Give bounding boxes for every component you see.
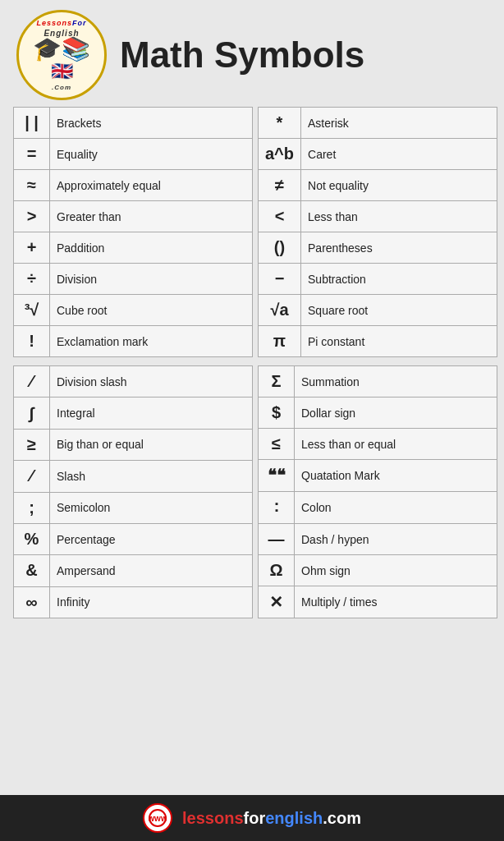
table-row: ∞Infinity	[14, 586, 253, 618]
name-cell: Equality	[50, 139, 253, 170]
table-row: ✕Multiply / times	[259, 586, 497, 618]
symbol-cell: ³√	[14, 295, 50, 326]
logo-text-bottom: .Com	[52, 84, 71, 91]
table-row: +Paddition	[14, 232, 253, 264]
page-footer: www lessonsforenglish.com	[0, 795, 504, 841]
name-cell: Slash	[50, 461, 253, 492]
symbol-cell: a^b	[259, 139, 301, 170]
table-row: ∶Colon	[259, 492, 497, 524]
name-cell: Square root	[301, 295, 497, 326]
table-row: ❝❝Quatation Mark	[259, 460, 497, 492]
main-content: | |Brackets=Equality≈Approximately equal…	[10, 107, 494, 618]
symbol-cell: ✕	[259, 586, 295, 618]
name-cell: Paddition	[50, 232, 253, 264]
table-row: ()Parentheses	[259, 232, 497, 264]
table-row: *Asterisk	[259, 108, 497, 139]
table-row: >Greater than	[14, 201, 253, 232]
symbol-cell: | |	[14, 108, 50, 139]
name-cell: Summation	[295, 366, 497, 398]
table-row: %Percentage	[14, 523, 253, 554]
symbol-cell: ≠	[259, 170, 301, 201]
symbol-cell: ()	[259, 232, 301, 264]
symbol-cell: ∫	[14, 398, 50, 429]
table-right-2: ΣSummation$Dollar sign≤Less than or equa…	[258, 365, 497, 618]
name-cell: Pi constant	[301, 326, 497, 357]
symbol-cell: %	[14, 523, 50, 554]
symbol-cell: ≥	[14, 429, 50, 460]
name-cell: Division	[50, 264, 253, 295]
name-cell: Cube root	[50, 295, 253, 326]
table-left-1: | |Brackets=Equality≈Approximately equal…	[13, 107, 253, 357]
symbol-cell: Σ	[259, 366, 295, 398]
name-cell: Exclamation mark	[50, 326, 253, 357]
table-row: ≤Less than or equal	[259, 429, 497, 460]
name-cell: Ampersand	[50, 555, 253, 586]
name-cell: Ohm sign	[295, 555, 497, 586]
table-left-2: ∕Division slash∫Integral≥Big than or equ…	[13, 365, 253, 618]
symbol-cell: !	[14, 326, 50, 357]
symbol-cell: ÷	[14, 264, 50, 295]
symbol-cell: —	[259, 524, 295, 555]
symbol-cell: Ω	[259, 555, 295, 586]
symbol-cell: +	[14, 232, 50, 264]
symbol-cell: ∞	[14, 586, 50, 618]
table-row: &Ampersand	[14, 555, 253, 586]
footer-logo: www	[143, 803, 172, 833]
table-row: $Dollar sign	[259, 398, 497, 429]
table-row: √aSquare root	[259, 295, 497, 326]
name-cell: Asterisk	[301, 108, 497, 139]
name-cell: Brackets	[50, 108, 253, 139]
table-row: ∫Integral	[14, 398, 253, 429]
symbol-cell: ❝❝	[259, 460, 295, 492]
table-row: ΣSummation	[259, 366, 497, 398]
symbol-cell: &	[14, 555, 50, 586]
page-title: Math Symbols	[120, 34, 364, 76]
footer-url: lessonsforenglish.com	[182, 809, 361, 828]
table-row: ³√Cube root	[14, 295, 253, 326]
symbol-cell: >	[14, 201, 50, 232]
symbol-cell: <	[259, 201, 301, 232]
name-cell: Semicolon	[50, 492, 253, 523]
symbol-cell: ≤	[259, 429, 295, 460]
name-cell: Parentheses	[301, 232, 497, 264]
table-row: a^bCaret	[259, 139, 497, 170]
symbol-cell: =	[14, 139, 50, 170]
table-row: ÷Division	[14, 264, 253, 295]
table-row: !Exclamation mark	[14, 326, 253, 357]
logo-flag-icon: 🇬🇧	[51, 61, 73, 82]
table-section-1: | |Brackets=Equality≈Approximately equal…	[13, 107, 497, 357]
table-row: −Subtraction	[259, 264, 497, 295]
table-row: ≠Not equality	[259, 170, 497, 201]
table-row: ;Semicolon	[14, 492, 253, 523]
table-row: ∕Slash	[14, 461, 253, 492]
name-cell: Colon	[295, 492, 497, 524]
name-cell: Approximately equal	[50, 170, 253, 201]
logo-books-icon: 🎓📚	[33, 38, 90, 61]
symbol-cell: ∕	[14, 461, 50, 492]
name-cell: Less than or equal	[295, 429, 497, 460]
table-row: ΩOhm sign	[259, 555, 497, 586]
name-cell: Percentage	[50, 523, 253, 554]
name-cell: Division slash	[50, 366, 253, 398]
symbol-cell: π	[259, 326, 301, 357]
symbol-cell: ;	[14, 492, 50, 523]
symbol-cell: ≈	[14, 170, 50, 201]
table-row: =Equality	[14, 139, 253, 170]
name-cell: Multiply / times	[295, 586, 497, 618]
svg-text:www: www	[149, 814, 167, 823]
table-right-1: *Asteriska^bCaret≠Not equality<Less than…	[258, 107, 497, 357]
name-cell: Less than	[301, 201, 497, 232]
symbol-cell: ∶	[259, 492, 295, 524]
name-cell: Not equality	[301, 170, 497, 201]
symbol-cell: ∕	[14, 366, 50, 398]
table-section-2: ∕Division slash∫Integral≥Big than or equ…	[13, 365, 497, 618]
name-cell: Subtraction	[301, 264, 497, 295]
page-header: LessonsFor English 🎓📚 🇬🇧 .Com Math Symbo…	[0, 0, 504, 107]
table-row: | |Brackets	[14, 108, 253, 139]
symbol-cell: −	[259, 264, 301, 295]
name-cell: Caret	[301, 139, 497, 170]
logo: LessonsFor English 🎓📚 🇬🇧 .Com	[16, 10, 107, 100]
logo-text-top: LessonsFor	[36, 19, 86, 27]
table-row: πPi constant	[259, 326, 497, 357]
table-row: ≈Approximately equal	[14, 170, 253, 201]
